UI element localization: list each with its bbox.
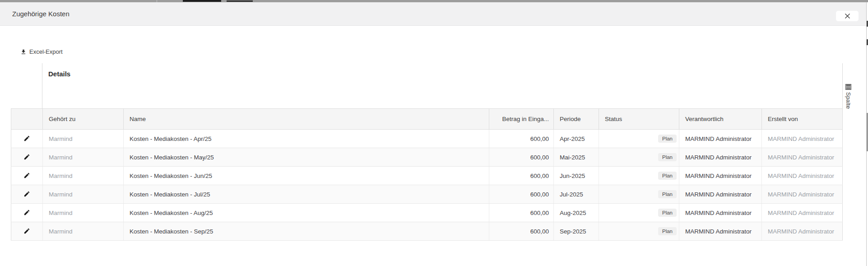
modal-header: Zugehörige Kosten	[0, 2, 866, 26]
pencil-icon	[23, 172, 30, 179]
excel-export-button[interactable]: Excel-Export	[20, 48, 63, 55]
cell-name: Kosten - Mediakosten - Sep/25	[124, 222, 489, 241]
costs-table: Gehört zu Name Betrag in Einga... Period…	[11, 108, 843, 241]
cell-betrag: 600,00	[489, 130, 554, 148]
cell-gehoert-zu: Marmind	[43, 204, 124, 222]
table-body: Marmind Kosten - Mediakosten - Apr/25 60…	[11, 130, 843, 241]
cell-periode: Jul-2025	[554, 185, 599, 204]
column-chooser-button[interactable]: Spalte	[845, 84, 852, 109]
excel-export-label: Excel-Export	[29, 48, 63, 55]
table-row: Marmind Kosten - Mediakosten - Apr/25 60…	[11, 130, 843, 148]
cell-betrag: 600,00	[489, 148, 554, 167]
cell-periode: Mai-2025	[554, 148, 599, 167]
status-badge: Plan	[658, 153, 677, 162]
cell-erstellt-von: MARMIND Administrator	[762, 185, 843, 204]
cell-periode: Sep-2025	[554, 222, 599, 241]
edit-button[interactable]	[23, 171, 31, 180]
backdrop-text-fragment	[227, 0, 253, 2]
cell-erstellt-von: MARMIND Administrator	[762, 222, 843, 241]
pencil-icon	[23, 228, 30, 234]
download-icon	[20, 49, 27, 55]
edit-cell	[11, 222, 43, 241]
cell-status: Plan	[599, 167, 679, 185]
pencil-icon	[23, 191, 30, 197]
close-icon	[845, 13, 850, 19]
edit-button[interactable]	[23, 134, 31, 143]
column-header-edit	[11, 109, 43, 130]
table-row: Marmind Kosten - Mediakosten - Jun/25 60…	[11, 167, 843, 185]
details-panel-frame	[42, 63, 843, 108]
edit-button[interactable]	[23, 208, 31, 217]
edit-cell	[11, 148, 43, 167]
cell-name: Kosten - Mediakosten - Jun/25	[124, 167, 489, 185]
status-badge: Plan	[658, 135, 677, 143]
columns-icon	[845, 84, 851, 90]
column-chooser-label: Spalte	[845, 92, 852, 109]
cell-status: Plan	[599, 222, 679, 241]
cell-verantwortlich: MARMIND Administrator	[679, 167, 762, 185]
edit-cell	[11, 167, 43, 185]
cell-verantwortlich: MARMIND Administrator	[679, 130, 762, 148]
status-badge: Plan	[658, 190, 677, 199]
column-header-name[interactable]: Name	[124, 109, 489, 130]
cell-verantwortlich: MARMIND Administrator	[679, 185, 762, 204]
cell-betrag: 600,00	[489, 185, 554, 204]
column-header-erstellt-von[interactable]: Erstellt von	[762, 109, 843, 130]
cell-name: Kosten - Mediakosten - May/25	[124, 148, 489, 167]
cell-status: Plan	[599, 185, 679, 204]
status-badge: Plan	[658, 209, 677, 217]
cell-status: Plan	[599, 130, 679, 148]
edit-cell	[11, 204, 43, 222]
edit-button[interactable]	[23, 153, 31, 161]
cell-erstellt-von: MARMIND Administrator	[762, 167, 843, 185]
edit-button[interactable]	[23, 190, 31, 198]
table-row: Marmind Kosten - Mediakosten - Jul/25 60…	[11, 185, 843, 204]
cell-erstellt-von: MARMIND Administrator	[762, 148, 843, 167]
cell-periode: Apr-2025	[554, 130, 599, 148]
cell-name: Kosten - Mediakosten - Aug/25	[124, 204, 489, 222]
cell-gehoert-zu: Marmind	[43, 222, 124, 241]
column-header-periode[interactable]: Periode	[554, 109, 599, 130]
backdrop-text-fragment	[183, 0, 221, 2]
table-row: Marmind Kosten - Mediakosten - May/25 60…	[11, 148, 843, 167]
cell-erstellt-von: MARMIND Administrator	[762, 204, 843, 222]
pencil-icon	[23, 154, 30, 160]
cell-betrag: 600,00	[489, 167, 554, 185]
modal-title: Zugehörige Kosten	[12, 10, 70, 18]
column-header-verantwortlich[interactable]: Verantwortlich	[679, 109, 762, 130]
cell-verantwortlich: MARMIND Administrator	[679, 148, 762, 167]
cell-name: Kosten - Mediakosten - Apr/25	[124, 130, 489, 148]
cell-name: Kosten - Mediakosten - Jul/25	[124, 185, 489, 204]
close-button[interactable]	[836, 11, 859, 21]
column-header-gehoert-zu[interactable]: Gehört zu	[43, 109, 124, 130]
cell-periode: Jun-2025	[554, 167, 599, 185]
cell-periode: Aug-2025	[554, 204, 599, 222]
pencil-icon	[23, 135, 30, 142]
table-row: Marmind Kosten - Mediakosten - Aug/25 60…	[11, 204, 843, 222]
cell-gehoert-zu: Marmind	[43, 148, 124, 167]
details-title: Details	[48, 70, 70, 78]
cell-erstellt-von: MARMIND Administrator	[762, 130, 843, 148]
status-badge: Plan	[658, 172, 677, 180]
cell-betrag: 600,00	[489, 204, 554, 222]
status-badge: Plan	[658, 227, 677, 236]
column-header-betrag[interactable]: Betrag in Einga...	[489, 109, 554, 130]
table-header: Gehört zu Name Betrag in Einga... Period…	[11, 109, 843, 130]
table-row: Marmind Kosten - Mediakosten - Sep/25 60…	[11, 222, 843, 241]
edit-cell	[11, 185, 43, 204]
cell-gehoert-zu: Marmind	[43, 185, 124, 204]
edit-cell	[11, 130, 43, 148]
cell-verantwortlich: MARMIND Administrator	[679, 204, 762, 222]
cell-gehoert-zu: Marmind	[43, 130, 124, 148]
cell-betrag: 600,00	[489, 222, 554, 241]
edit-button[interactable]	[23, 227, 31, 235]
cell-status: Plan	[599, 204, 679, 222]
modal-zugehoerige-kosten: Zugehörige Kosten Excel-Export Details S…	[0, 0, 868, 266]
pencil-icon	[23, 209, 30, 216]
cell-verantwortlich: MARMIND Administrator	[679, 222, 762, 241]
column-header-status[interactable]: Status	[599, 109, 679, 130]
cell-status: Plan	[599, 148, 679, 167]
cell-gehoert-zu: Marmind	[43, 167, 124, 185]
